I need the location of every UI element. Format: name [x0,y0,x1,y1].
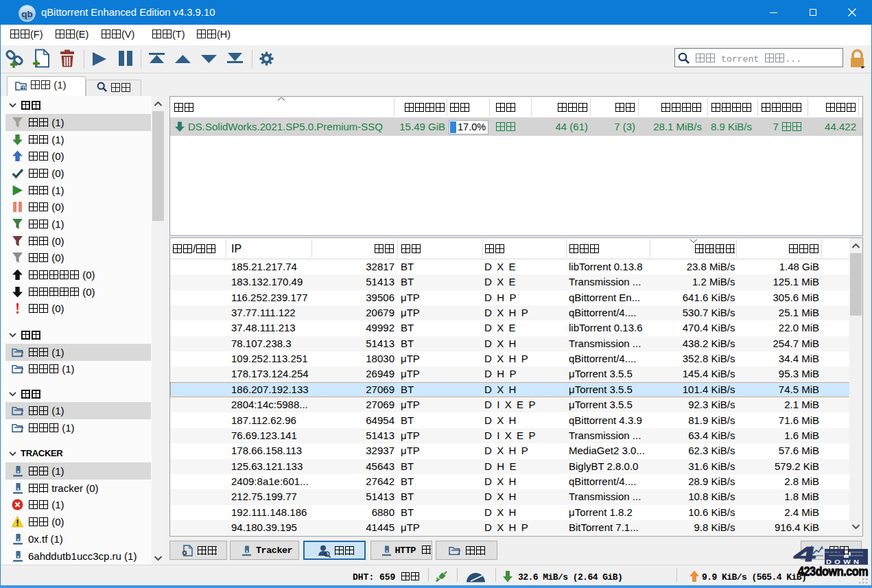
svg-text:qb: qb [21,9,33,19]
